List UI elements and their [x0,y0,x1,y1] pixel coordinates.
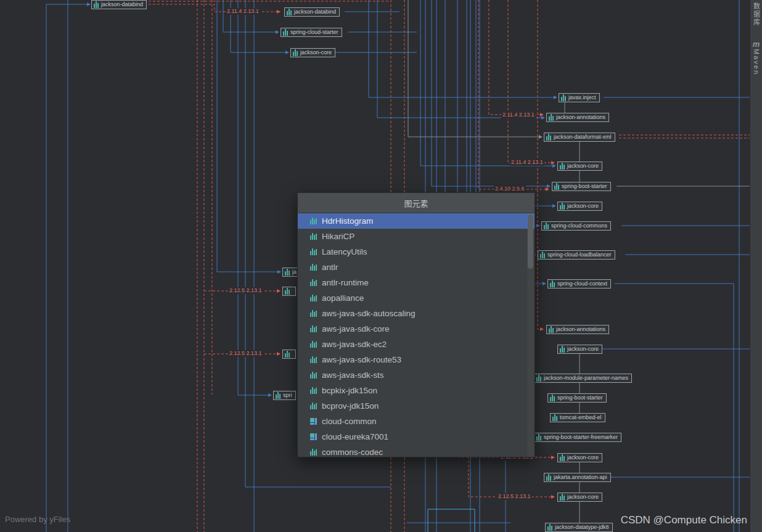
popup-list[interactable]: HdrHistogramHikariCPLatencyUtilsantlrant… [298,213,535,457]
popup-list-item[interactable]: aws-java-sdk-route53 [298,352,535,367]
right-tool-stripe: 数据库 m Maven [750,0,762,532]
tool-button-database[interactable]: 数据库 [752,2,761,27]
node-label: ja [292,268,297,276]
graph-edge [445,0,555,206]
graph-node[interactable]: jackson-core [557,345,602,354]
graph-node[interactable]: jackson-datatype-jdk8 [545,523,613,532]
graph-node[interactable]: jackson-module-parameter-names [534,374,632,383]
graph-node[interactable]: jackson-annotations [546,325,609,334]
node-label: jackson-datatype-jdk8 [555,523,609,531]
library-icon [285,351,290,358]
library-icon [549,114,554,121]
popup-item-label: aws-java-sdk-autoscaling [322,309,416,318]
node-label: jackson-core [567,202,599,210]
graph-node[interactable]: jackson-annotations [546,113,609,122]
graph-node[interactable]: spring-cloud-commons [541,221,611,231]
graph-node[interactable]: jackson-core [557,493,602,502]
database-label: 数据库 [752,2,761,27]
library-icon [560,494,565,501]
edge-version-label: 2.12.5 2.13.1 [228,350,263,357]
node-label: spri [283,391,292,399]
popup-item-label: aws-java-sdk-ec2 [322,340,387,349]
graph-node[interactable]: jackson-databind [91,0,147,9]
popup-title: 图元素 [404,197,428,209]
library-icon [309,248,318,256]
graph-node[interactable]: jackson-core [557,162,602,171]
graph-edge [377,0,544,118]
node-label: jackson-module-parameter-names [544,374,628,382]
graph-node[interactable]: javax.inject [559,93,600,102]
popup-list-item[interactable]: commons-codec [298,444,535,457]
popup-list-item[interactable]: antlr-runtime [298,275,535,290]
maven-label: Maven [753,49,760,75]
module-icon [309,417,318,425]
node-label: jackson-core [567,345,599,353]
edge-version-label: 2.11.4 2.13.1 [226,8,260,15]
node-label: jackson-core [567,162,599,170]
graph-node[interactable]: jakarta.annotation-api [544,473,611,482]
graph-node[interactable]: jackson-core [557,202,602,211]
library-icon [552,414,558,421]
graph-node[interactable]: jackson-databind [284,7,340,17]
tool-button-maven[interactable]: m Maven [753,40,760,75]
popup-list-item[interactable]: bcpkix-jdk15on [298,383,535,398]
popup-list-item[interactable]: aws-java-sdk-autoscaling [298,306,535,321]
popup-list-item[interactable]: antlr [298,260,535,275]
graph-node[interactable]: jackson-core [557,453,602,462]
library-icon [309,356,318,364]
node-label: jackson-dataformat-xml [554,133,612,141]
popup-list-item[interactable]: aws-java-sdk-core [298,321,535,337]
library-icon [309,448,318,456]
library-icon [561,94,567,101]
popup-item-label: aws-java-sdk-route53 [322,355,401,364]
popup-list-item[interactable]: cloud-eureka7001 [298,429,535,444]
popup-item-label: cloud-common [322,417,377,426]
graph-node[interactable]: spring-boot-starter [547,393,607,403]
library-icon [309,232,318,240]
popup-list-item[interactable]: LatencyUtils [298,244,535,260]
popup-list-item[interactable]: aws-java-sdk-ec2 [298,337,535,352]
popup-item-label: HdrHistogram [322,216,373,226]
graph-node[interactable]: jackson-core [290,48,335,57]
graph-edge [432,0,550,186]
library-icon [547,524,553,531]
popup-list-item[interactable]: HikariCP [298,229,535,244]
library-icon [309,325,318,333]
library-icon [285,269,290,276]
library-icon [94,1,99,8]
popup-list-item[interactable]: HdrHistogram [298,213,535,229]
node-label: jackson-databind [101,1,143,9]
graph-edge [238,0,271,395]
graph-node[interactable]: spring-cloud-context [547,279,611,289]
graph-node[interactable]: spring-cloud-starter [281,28,342,37]
node-label: jackson-annotations [556,325,605,334]
graph-edge [469,456,554,497]
graph-node[interactable]: tomcat-embed-el [550,413,605,422]
library-icon [309,263,318,271]
module-icon [309,433,318,441]
popup-item-label: antlr [322,263,338,272]
popup-list-item[interactable]: aws-java-sdk-sts [298,367,535,383]
popup-item-label: cloud-eureka7001 [322,432,388,441]
node-label: spring-cloud-starter [290,28,338,36]
popup-titlebar[interactable]: 图元素 [298,193,535,213]
popup-list-item[interactable]: bcprov-jdk15on [298,398,535,414]
graph-node[interactable]: spring-boot-starter [552,182,611,191]
library-icon [554,183,560,190]
popup-item-label: aopalliance [322,293,364,303]
graph-node[interactable]: spring-boot-starter-freemarker [534,433,621,442]
popup-scrollbar-thumb[interactable] [528,215,533,269]
graph-node[interactable] [282,287,296,296]
popup-item-label: HikariCP [322,232,354,241]
graph-node[interactable]: spri [273,391,296,400]
library-icon [309,279,318,287]
popup-list-item[interactable]: aopalliance [298,290,535,306]
graph-node[interactable] [282,350,296,359]
graph-node[interactable]: jackson-dataformat-xml [544,133,615,142]
graph-node[interactable]: spring-cloud-loadbalancer [538,250,615,260]
popup-item-label: aws-java-sdk-sts [322,370,384,380]
library-icon [309,309,318,317]
graph-edge [420,0,555,166]
popup-scrollbar-track[interactable] [527,213,534,457]
popup-list-item[interactable]: cloud-common [298,414,535,429]
